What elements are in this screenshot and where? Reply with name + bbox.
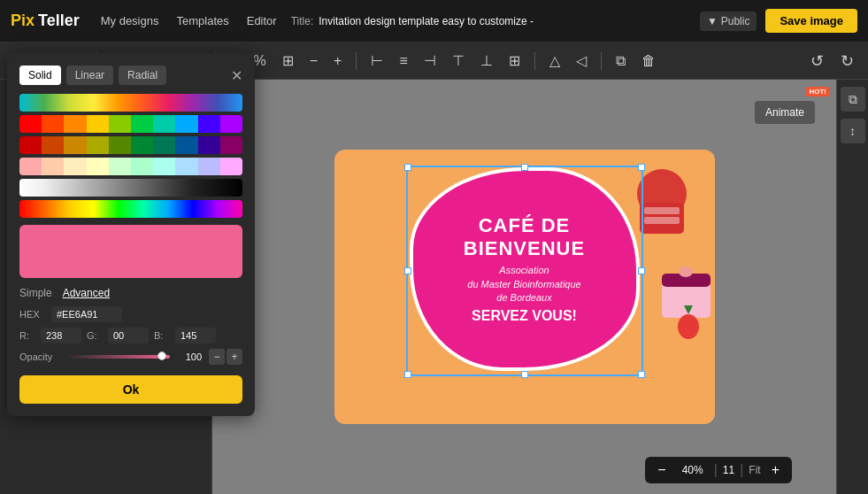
swatch-rainbow[interactable] (19, 94, 212, 112)
svg-rect-4 (662, 282, 711, 318)
rgb-row: R: G: B: (19, 328, 212, 343)
swatch-row-3 (19, 136, 212, 154)
swatch-light-orange[interactable] (42, 158, 64, 175)
card-title-line1: CAFÉ DE (479, 214, 571, 237)
swatch-dark-indigo[interactable] (198, 136, 212, 154)
swatch-dark-orange[interactable] (42, 136, 64, 154)
move-page-button[interactable]: ↕ (841, 119, 865, 143)
zoom-grid-button[interactable]: ⊞ (277, 49, 299, 73)
swatch-orange[interactable] (64, 115, 86, 133)
redo-button[interactable]: ↻ (834, 49, 859, 73)
swatch-dark-green[interactable] (109, 136, 131, 154)
swatch-dark-teal[interactable] (153, 136, 175, 154)
swatch-dark-blue[interactable] (175, 136, 197, 154)
zoom-in-button[interactable]: + (766, 460, 785, 480)
logo-teller: Teller (38, 12, 80, 30)
swatch-light-blue[interactable] (175, 158, 197, 175)
r-input[interactable] (41, 328, 81, 343)
align-bottom-button[interactable]: ⊞ (503, 49, 526, 73)
align-top-button[interactable]: ⊤ (447, 49, 470, 73)
title-text: Invitation design template easy to custo… (319, 15, 534, 27)
undo-button[interactable]: ↺ (804, 49, 829, 73)
swatch-orange-red[interactable] (42, 115, 64, 133)
handle-bottom-left[interactable] (404, 371, 411, 378)
opacity-slider[interactable] (65, 355, 170, 359)
align-right-button[interactable]: ⊣ (419, 49, 442, 73)
color-preview-row (19, 225, 212, 278)
cp-tab-linear[interactable]: Linear (66, 80, 113, 85)
ok-button[interactable]: Ok (19, 375, 212, 404)
opacity-value: 100 (177, 351, 202, 362)
swatch-teal[interactable] (153, 115, 175, 133)
nav-editor[interactable]: Editor (247, 14, 277, 27)
card-subtitle: Association du Master Bioinformatique de… (467, 264, 580, 305)
align-left-button[interactable]: ⊢ (365, 49, 388, 73)
opacity-row: Opacity 100 − + (19, 349, 212, 365)
swatch-bottom-rainbow[interactable] (19, 200, 212, 218)
swatch-indigo[interactable] (198, 115, 212, 133)
canvas-card: CAFÉ DE BIENVENUE Association du Master … (334, 150, 715, 424)
zoom-out-button[interactable]: − (652, 460, 671, 480)
g-input[interactable] (108, 328, 149, 343)
cp-tab-radial[interactable]: Radial (119, 80, 166, 85)
undo-redo-group: ↺ ↻ (804, 49, 859, 73)
r-label: R: (19, 330, 35, 341)
handle-bottom-middle[interactable] (521, 371, 528, 378)
swatch-yellow[interactable] (87, 115, 109, 133)
swatch-mint[interactable] (131, 158, 153, 175)
svg-rect-1 (640, 203, 684, 234)
swatch-grays[interactable] (19, 179, 212, 197)
nav-my-designs[interactable]: My designs (101, 14, 159, 27)
swatch-cream[interactable] (87, 158, 109, 175)
header: Pix Teller My designs Templates Editor T… (0, 0, 868, 42)
swatch-row-bottom (19, 200, 212, 218)
hex-row: HEX (19, 306, 212, 322)
align-center-button[interactable]: ≡ (394, 50, 412, 73)
nav-templates[interactable]: Templates (176, 14, 228, 27)
swatch-yellow-green[interactable] (109, 115, 131, 133)
cp-advanced-tab[interactable]: Advanced (63, 287, 110, 299)
swatch-forest[interactable] (131, 136, 153, 154)
swatch-lavender[interactable] (198, 158, 212, 175)
title-label: Title: (291, 15, 314, 27)
swatch-blue[interactable] (175, 115, 197, 133)
zoom-plus[interactable]: + (328, 50, 347, 73)
swatch-light-teal[interactable] (153, 158, 175, 175)
public-button[interactable]: ▼ Public (700, 12, 757, 31)
swatch-light-red[interactable] (19, 158, 42, 175)
flip-v-button[interactable]: ◁ (571, 49, 592, 73)
color-swatches (19, 94, 212, 218)
b-input[interactable] (175, 328, 212, 343)
cp-simple-tab[interactable]: Simple (19, 287, 52, 299)
swatch-light-yellow[interactable] (64, 158, 86, 175)
handle-top-left[interactable] (404, 164, 411, 171)
public-triangle-icon: ▼ (707, 15, 718, 27)
fit-button[interactable]: Fit (749, 464, 760, 476)
flip-h-button[interactable]: △ (544, 49, 565, 73)
animate-button[interactable]: Animate (755, 101, 815, 124)
swatch-light-green[interactable] (109, 158, 131, 175)
delete-button[interactable]: 🗑 (636, 50, 661, 73)
hex-input[interactable] (51, 306, 122, 322)
save-image-button[interactable]: Save image (765, 9, 857, 33)
opacity-minus-button[interactable]: − (209, 349, 212, 365)
zoom-separator: | (714, 462, 718, 478)
svg-point-0 (637, 169, 687, 219)
opacity-thumb[interactable] (157, 351, 166, 360)
handle-bottom-right[interactable] (638, 371, 645, 378)
public-label: Public (721, 15, 750, 27)
copy-button[interactable]: ⧉ (611, 50, 631, 73)
color-preview-swatch[interactable] (19, 225, 212, 278)
zoom-minus[interactable]: − (304, 50, 323, 73)
handle-top-right[interactable] (638, 164, 645, 171)
swatch-green[interactable] (131, 115, 153, 133)
swatch-olive[interactable] (87, 136, 109, 154)
swatch-red[interactable] (19, 115, 42, 133)
swatch-dark-red[interactable] (19, 136, 42, 154)
swatch-dark-yellow[interactable] (64, 136, 86, 154)
svg-rect-3 (644, 217, 680, 224)
cp-tab-solid[interactable]: Solid (19, 80, 61, 85)
align-middle-button[interactable]: ⊥ (475, 49, 498, 73)
cp-section-tabs: Simple Advanced (19, 287, 212, 299)
copy-page-button[interactable]: ⧉ (841, 87, 865, 112)
